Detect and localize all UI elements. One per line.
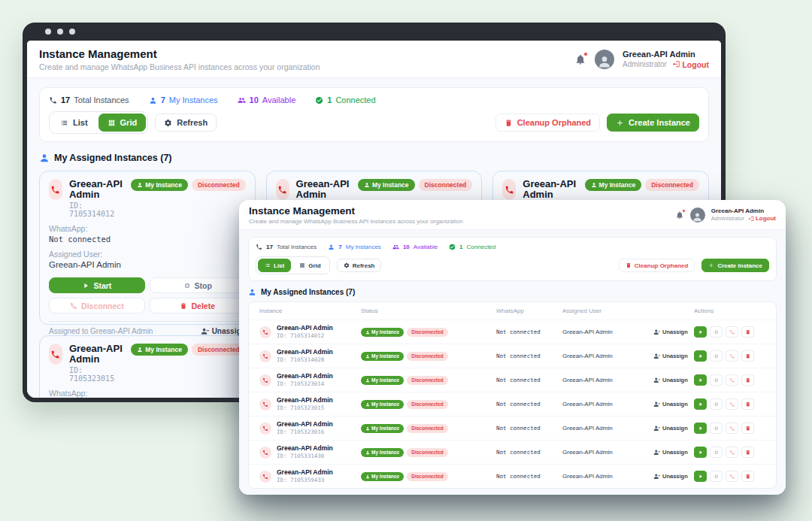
unassign-button[interactable]: Unassign [653, 449, 688, 456]
user-role: Administrator [623, 60, 667, 68]
whatsapp-value: Not connected [496, 473, 562, 480]
my-instance-badge: My Instance [361, 424, 404, 433]
disconnect-button[interactable] [726, 326, 738, 338]
delete-button[interactable] [741, 447, 754, 458]
window-dot-icon [69, 29, 75, 35]
instance-card: Greean-API Admin ID: 7105323015 My Insta… [39, 335, 256, 398]
logout-button[interactable]: Logout [672, 60, 709, 69]
phone-icon [256, 244, 262, 250]
disconnect-button[interactable] [726, 350, 738, 362]
start-button[interactable] [694, 398, 707, 410]
trash-icon [745, 474, 751, 480]
cleanup-orphaned-button[interactable]: Cleanup Orphaned [619, 259, 695, 272]
stop-button[interactable] [710, 423, 723, 434]
notifications-button[interactable] [675, 211, 684, 220]
instance-name: Greean-API Admin [277, 397, 333, 404]
create-instance-button[interactable]: Create Instance [607, 114, 699, 132]
delete-button[interactable] [741, 398, 754, 410]
delete-button[interactable] [741, 326, 754, 338]
avatar[interactable] [595, 50, 614, 69]
disconnect-button[interactable] [726, 374, 738, 386]
stop-button[interactable]: Stop [150, 277, 246, 293]
start-button[interactable] [694, 423, 707, 434]
stat-connected: 1Connected [449, 244, 495, 250]
users-icon [392, 244, 399, 250]
my-instance-badge: My Instance [131, 179, 188, 191]
user-minus-icon [653, 449, 660, 456]
stop-button[interactable] [710, 374, 723, 386]
unassign-button[interactable]: Unassign [653, 425, 688, 432]
disconnect-button[interactable] [726, 423, 738, 434]
my-instance-badge: My Instance [361, 376, 404, 385]
check-circle-icon [315, 96, 323, 105]
phone-icon [259, 423, 271, 435]
stop-button[interactable] [710, 326, 723, 338]
list-view-button[interactable]: List [51, 114, 97, 132]
disconnected-badge: Disconnected [407, 376, 448, 385]
disconnect-button[interactable] [726, 447, 738, 458]
view-toggle: List Grid [49, 111, 148, 134]
refresh-button[interactable]: Refresh [155, 114, 217, 132]
stop-button[interactable] [710, 350, 723, 362]
stop-button[interactable] [710, 447, 723, 458]
unassign-button[interactable]: Unassign [653, 377, 688, 383]
grid-view-button[interactable]: Grid [98, 114, 147, 132]
stop-button[interactable] [710, 398, 723, 410]
instance-id: ID: 7105323015 [69, 366, 124, 383]
plus-icon [616, 119, 624, 127]
phone-icon [49, 96, 57, 105]
play-icon [698, 426, 704, 432]
delete-button[interactable]: Delete [150, 298, 246, 314]
start-button[interactable] [694, 374, 707, 386]
delete-button[interactable] [741, 471, 754, 482]
user-minus-icon [653, 425, 660, 432]
my-instance-badge: My Instance [358, 179, 415, 191]
page-title: Instance Management [39, 47, 320, 60]
disconnected-badge: Disconnected [419, 179, 473, 191]
window-dot-icon [45, 29, 51, 35]
phone-off-icon [729, 329, 735, 335]
disconnect-button[interactable] [726, 471, 738, 482]
notifications-button[interactable] [574, 53, 586, 65]
phone-icon [49, 179, 62, 200]
create-instance-button[interactable]: Create Instance [701, 259, 769, 272]
disconnected-badge: Disconnected [407, 472, 448, 481]
grid-view-button[interactable]: Grid [292, 259, 327, 272]
unassign-button[interactable]: Unassign [653, 473, 688, 480]
plus-icon [708, 262, 714, 268]
delete-button[interactable] [741, 423, 754, 434]
logout-button[interactable]: Logout [748, 215, 776, 222]
start-button[interactable] [694, 447, 707, 458]
stop-button[interactable] [710, 471, 723, 482]
stat-total-instances: 17Total Instances [256, 244, 317, 250]
whatsapp-label: WhatsApp: [49, 389, 246, 398]
delete-button[interactable] [741, 350, 754, 362]
page-title: Instance Management [249, 205, 463, 217]
unassign-button[interactable]: Unassign [653, 401, 688, 407]
trash-icon [745, 450, 751, 456]
start-button[interactable] [694, 350, 707, 362]
unassign-button[interactable]: Unassign [653, 353, 688, 359]
delete-button[interactable] [741, 374, 754, 386]
table-header-actions: Actions [653, 307, 765, 314]
avatar[interactable] [690, 207, 705, 223]
my-instance-badge: My Instance [361, 352, 404, 361]
cleanup-orphaned-button[interactable]: Cleanup Orphaned [495, 114, 600, 132]
start-button[interactable]: Start [49, 277, 145, 293]
refresh-gear-icon [164, 119, 172, 127]
user-minus-icon [653, 329, 660, 335]
disconnect-button[interactable] [726, 398, 738, 410]
stop-icon [714, 450, 720, 456]
instance-name: Greean-API Admin [296, 179, 351, 200]
start-button[interactable] [694, 326, 707, 338]
list-view-button[interactable]: List [258, 259, 291, 272]
trash-icon [745, 353, 751, 359]
whatsapp-value: Not connected [496, 401, 562, 407]
logout-icon [672, 60, 680, 68]
list-icon [265, 262, 271, 268]
disconnect-button[interactable]: Disconnect [49, 298, 145, 314]
unassign-button[interactable]: Unassign [653, 329, 688, 335]
refresh-button[interactable]: Refresh [337, 259, 382, 272]
start-button[interactable] [694, 471, 707, 482]
list-icon [60, 119, 68, 127]
